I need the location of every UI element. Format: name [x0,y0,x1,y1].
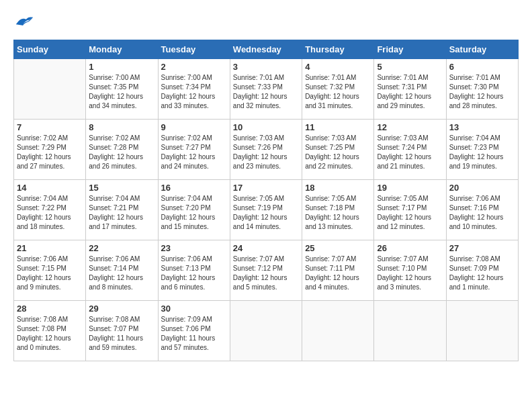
calendar-cell: 7Sunrise: 7:02 AMSunset: 7:29 PMDaylight… [14,120,86,180]
day-info: Sunrise: 7:08 AMSunset: 7:07 PMDaylight:… [89,315,154,353]
day-number: 5 [377,62,443,72]
day-header-tuesday: Tuesday [158,40,230,59]
day-info: Sunrise: 7:05 AMSunset: 7:19 PMDaylight:… [233,194,299,232]
day-header-monday: Monday [86,40,158,59]
calendar-cell: 10Sunrise: 7:03 AMSunset: 7:26 PMDayligh… [230,120,302,180]
day-number: 19 [377,183,443,193]
day-header-friday: Friday [374,40,446,59]
logo-icon [13,13,34,30]
day-info: Sunrise: 7:03 AMSunset: 7:26 PMDaylight:… [233,134,299,171]
calendar-cell: 19Sunrise: 7:05 AMSunset: 7:17 PMDayligh… [374,180,446,240]
day-number: 27 [449,243,515,253]
calendar-week-2: 7Sunrise: 7:02 AMSunset: 7:29 PMDaylight… [14,120,519,180]
calendar-cell: 9Sunrise: 7:02 AMSunset: 7:27 PMDaylight… [158,120,230,180]
day-info: Sunrise: 7:03 AMSunset: 7:24 PMDaylight:… [377,134,443,171]
calendar-cell [374,301,446,361]
calendar-cell: 21Sunrise: 7:06 AMSunset: 7:15 PMDayligh… [14,240,86,301]
logo [13,13,36,33]
day-number: 20 [449,183,515,193]
calendar-week-3: 14Sunrise: 7:04 AMSunset: 7:22 PMDayligh… [14,180,519,240]
day-number: 26 [377,243,443,253]
calendar-cell: 14Sunrise: 7:04 AMSunset: 7:22 PMDayligh… [14,180,86,240]
day-info: Sunrise: 7:06 AMSunset: 7:14 PMDaylight:… [89,255,154,292]
day-info: Sunrise: 7:06 AMSunset: 7:15 PMDaylight:… [17,255,83,292]
day-info: Sunrise: 7:05 AMSunset: 7:17 PMDaylight:… [377,194,443,232]
calendar-body: 1Sunrise: 7:00 AMSunset: 7:35 PMDaylight… [14,59,519,361]
calendar-cell: 30Sunrise: 7:09 AMSunset: 7:06 PMDayligh… [158,301,230,361]
day-info: Sunrise: 7:08 AMSunset: 7:08 PMDaylight:… [17,315,83,353]
day-number: 14 [17,183,83,193]
calendar-cell: 13Sunrise: 7:04 AMSunset: 7:23 PMDayligh… [446,120,518,180]
day-number: 18 [305,183,371,193]
calendar-cell [302,301,374,361]
day-number: 11 [305,122,371,132]
day-number: 23 [161,243,227,253]
day-number: 15 [89,183,154,193]
day-number: 16 [161,183,227,193]
day-info: Sunrise: 7:05 AMSunset: 7:18 PMDaylight:… [305,194,371,232]
day-info: Sunrise: 7:01 AMSunset: 7:31 PMDaylight:… [377,73,443,111]
calendar-week-5: 28Sunrise: 7:08 AMSunset: 7:08 PMDayligh… [14,301,519,361]
day-info: Sunrise: 7:04 AMSunset: 7:21 PMDaylight:… [89,194,154,232]
day-info: Sunrise: 7:03 AMSunset: 7:25 PMDaylight:… [305,134,371,171]
day-info: Sunrise: 7:02 AMSunset: 7:28 PMDaylight:… [89,134,154,171]
day-number: 17 [233,183,299,193]
day-header-saturday: Saturday [446,40,518,59]
calendar-cell: 5Sunrise: 7:01 AMSunset: 7:31 PMDaylight… [374,59,446,120]
page-header [13,13,519,33]
calendar-cell: 29Sunrise: 7:08 AMSunset: 7:07 PMDayligh… [86,301,158,361]
day-number: 28 [17,304,83,314]
day-info: Sunrise: 7:06 AMSunset: 7:16 PMDaylight:… [449,194,515,232]
calendar-cell: 18Sunrise: 7:05 AMSunset: 7:18 PMDayligh… [302,180,374,240]
day-number: 7 [17,122,83,132]
day-number: 30 [161,304,227,314]
day-number: 9 [161,122,227,132]
day-info: Sunrise: 7:01 AMSunset: 7:32 PMDaylight:… [305,73,371,111]
calendar-cell: 22Sunrise: 7:06 AMSunset: 7:14 PMDayligh… [86,240,158,301]
day-info: Sunrise: 7:04 AMSunset: 7:22 PMDaylight:… [17,194,83,232]
calendar-cell [446,301,518,361]
day-info: Sunrise: 7:07 AMSunset: 7:10 PMDaylight:… [377,255,443,292]
calendar-cell: 8Sunrise: 7:02 AMSunset: 7:28 PMDaylight… [86,120,158,180]
day-number: 22 [89,243,154,253]
calendar-cell: 20Sunrise: 7:06 AMSunset: 7:16 PMDayligh… [446,180,518,240]
day-number: 29 [89,304,154,314]
day-info: Sunrise: 7:00 AMSunset: 7:34 PMDaylight:… [161,73,227,111]
day-header-thursday: Thursday [302,40,374,59]
calendar-cell: 15Sunrise: 7:04 AMSunset: 7:21 PMDayligh… [86,180,158,240]
day-number: 21 [17,243,83,253]
day-info: Sunrise: 7:01 AMSunset: 7:33 PMDaylight:… [233,73,299,111]
day-number: 10 [233,122,299,132]
day-number: 13 [449,122,515,132]
calendar-cell: 11Sunrise: 7:03 AMSunset: 7:25 PMDayligh… [302,120,374,180]
calendar-week-1: 1Sunrise: 7:00 AMSunset: 7:35 PMDaylight… [14,59,519,120]
day-header-sunday: Sunday [14,40,86,59]
calendar-cell [230,301,302,361]
calendar-cell: 1Sunrise: 7:00 AMSunset: 7:35 PMDaylight… [86,59,158,120]
days-of-week-row: SundayMondayTuesdayWednesdayThursdayFrid… [14,40,519,59]
day-number: 2 [161,62,227,72]
calendar-cell: 4Sunrise: 7:01 AMSunset: 7:32 PMDaylight… [302,59,374,120]
calendar-cell: 28Sunrise: 7:08 AMSunset: 7:08 PMDayligh… [14,301,86,361]
day-info: Sunrise: 7:09 AMSunset: 7:06 PMDaylight:… [161,315,227,353]
day-number: 4 [305,62,371,72]
calendar-cell: 27Sunrise: 7:08 AMSunset: 7:09 PMDayligh… [446,240,518,301]
day-number: 8 [89,122,154,132]
calendar-cell: 3Sunrise: 7:01 AMSunset: 7:33 PMDaylight… [230,59,302,120]
calendar-cell: 24Sunrise: 7:07 AMSunset: 7:12 PMDayligh… [230,240,302,301]
day-info: Sunrise: 7:01 AMSunset: 7:30 PMDaylight:… [449,73,515,111]
calendar-cell: 6Sunrise: 7:01 AMSunset: 7:30 PMDaylight… [446,59,518,120]
day-number: 3 [233,62,299,72]
calendar-header: SundayMondayTuesdayWednesdayThursdayFrid… [14,40,519,59]
calendar-cell [14,59,86,120]
day-number: 12 [377,122,443,132]
day-info: Sunrise: 7:07 AMSunset: 7:11 PMDaylight:… [305,255,371,292]
day-info: Sunrise: 7:07 AMSunset: 7:12 PMDaylight:… [233,255,299,292]
day-header-wednesday: Wednesday [230,40,302,59]
day-number: 1 [89,62,154,72]
day-info: Sunrise: 7:06 AMSunset: 7:13 PMDaylight:… [161,255,227,292]
calendar-cell: 25Sunrise: 7:07 AMSunset: 7:11 PMDayligh… [302,240,374,301]
calendar-table: SundayMondayTuesdayWednesdayThursdayFrid… [13,40,519,361]
day-info: Sunrise: 7:00 AMSunset: 7:35 PMDaylight:… [89,73,154,111]
day-info: Sunrise: 7:04 AMSunset: 7:20 PMDaylight:… [161,194,227,232]
